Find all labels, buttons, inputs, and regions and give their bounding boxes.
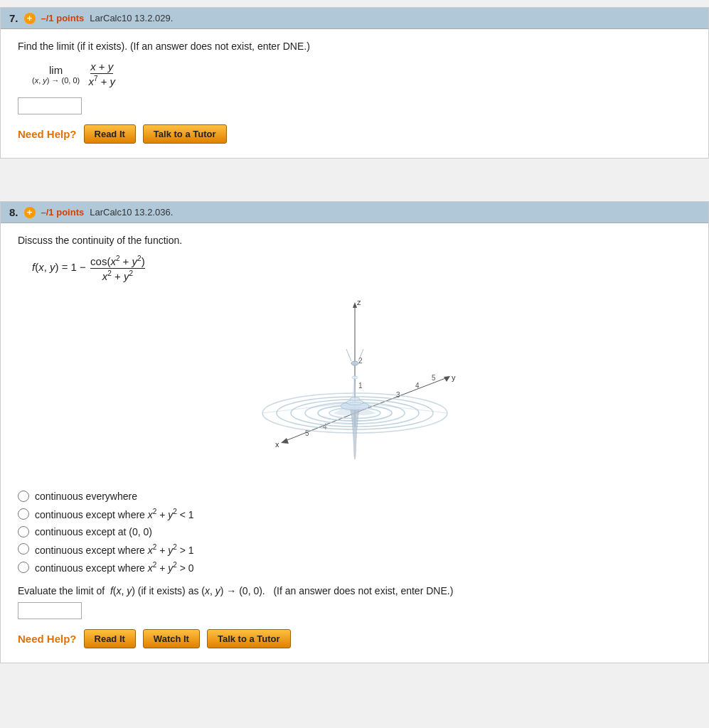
problem-7-body: Find the limit (if it exists). (If an an… [1,29,708,158]
radio-except-less1[interactable] [18,508,29,520]
svg-text:2: 2 [358,357,363,365]
problem-8-talk-tutor-button[interactable]: Talk to a Tutor [207,629,291,648]
radio-except-greater1[interactable] [18,543,29,555]
problem-8-help-row: Need Help? Read It Watch It Talk to a Tu… [18,629,691,648]
svg-text:y: y [452,373,456,382]
problem-7-read-it-button[interactable]: Read It [84,124,136,144]
problem-8-description: Discuss the continuity of the function. [18,235,691,246]
problem-7-number: 7. [9,12,18,24]
plus-icon-8: + [24,207,36,218]
problem-7: 7. + –/1 points LarCalc10 13.2.029. Find… [0,7,709,159]
problem-7-answer-input[interactable] [18,97,82,114]
radio-option-1: continuous everywhere [18,491,691,502]
function-graph: z y x 2 1 3 4 5 4 5 [241,292,469,477]
radio-option-4: continuous except where x2 + y2 > 1 [18,543,691,556]
problem-7-need-help-label: Need Help? [18,128,77,140]
cos-fraction: cos(x2 + y2) x2 + y2 [90,255,145,282]
radio-options: continuous everywhere continuous except … [18,491,691,574]
problem-7-help-row: Need Help? Read It Talk to a Tutor [18,124,691,144]
svg-text:z: z [357,298,361,306]
problem-8-answer-input[interactable] [18,602,82,619]
problem-8-id: LarCalc10 13.2.036. [90,207,173,218]
problem-7-points: –/1 points [41,13,85,23]
graph-container: z y x 2 1 3 4 5 4 5 [18,292,691,479]
radio-label-2: continuous except where x2 + y2 < 1 [35,508,194,520]
problem-7-id: LarCalc10 13.2.029. [90,13,173,23]
radio-label-1: continuous everywhere [35,491,137,502]
radio-except-greater0[interactable] [18,562,29,573]
eval-text: Evaluate the limit of f(x, y) (if it exi… [18,585,691,596]
problem-7-header: 7. + –/1 points LarCalc10 13.2.029. [1,8,708,29]
problem-8-watch-it-button[interactable]: Watch It [143,629,200,648]
radio-label-5: continuous except where x2 + y2 > 0 [35,561,194,574]
problem-8-number: 8. [9,206,18,218]
problem-7-description: Find the limit (if it exists). (If an an… [18,41,691,52]
radio-except-origin[interactable] [18,526,29,537]
radio-option-3: continuous except at (0, 0) [18,526,691,537]
radio-label-3: continuous except at (0, 0) [35,526,152,537]
problem-8-formula: f(x, y) = 1 − cos(x2 + y2) x2 + y2 [32,255,691,282]
problem-8: 8. + –/1 points LarCalc10 13.2.036. Disc… [0,201,709,663]
problem-8-body: Discuss the continuity of the function. … [1,223,708,663]
fraction-expression: x + y x7 + y [88,60,115,87]
problem-8-need-help-label: Need Help? [18,633,77,645]
svg-text:5: 5 [432,374,436,382]
svg-text:1: 1 [358,382,363,390]
problem-7-formula: lim (x, y) → (0, 0) x + y x7 + y [32,60,691,87]
svg-text:x: x [275,440,279,449]
plus-icon: + [24,13,36,24]
svg-text:4: 4 [415,382,420,390]
lim-symbol: lim (x, y) → (0, 0) [32,64,80,85]
problem-8-header: 8. + –/1 points LarCalc10 13.2.036. [1,202,708,223]
svg-text:4: 4 [323,423,327,431]
problem-8-read-it-button[interactable]: Read It [84,629,136,648]
radio-continuous-everywhere[interactable] [18,491,29,502]
radio-option-2: continuous except where x2 + y2 < 1 [18,508,691,520]
radio-label-4: continuous except where x2 + y2 > 1 [35,543,194,556]
radio-option-5: continuous except where x2 + y2 > 0 [18,561,691,574]
problem-8-points: –/1 points [41,207,85,218]
problem-7-talk-tutor-button[interactable]: Talk to a Tutor [143,124,227,144]
